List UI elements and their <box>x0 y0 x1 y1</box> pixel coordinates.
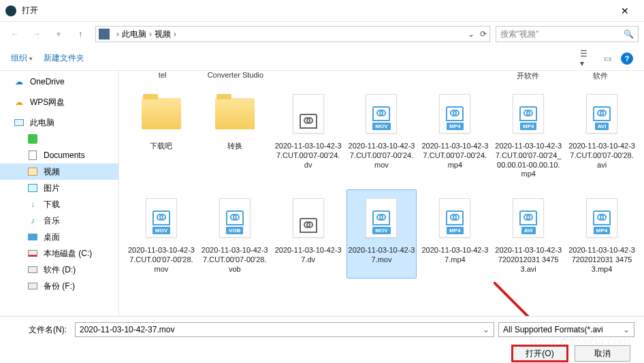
sidebar: ☁OneDrive ☁WPS网盘 此电脑 Documents 视频 图片 ↓下载… <box>0 71 119 316</box>
file-label: 2020-11-03-10-42-37.CUT.00'07-00'24_00.0… <box>495 142 562 179</box>
back-button[interactable]: ← <box>5 26 25 42</box>
chevron-down-icon[interactable]: ⌄ <box>483 325 489 334</box>
file-type-filter[interactable]: All Supported Formats(*.avi ⌄ <box>498 322 634 337</box>
recent-dropdown[interactable]: ▾ <box>49 26 68 42</box>
file-item[interactable]: 转换 <box>199 85 270 184</box>
video-file-icon: MP4 <box>434 90 475 138</box>
disk-icon <box>27 264 38 275</box>
file-label: 2020-11-03-10-42-37.CUT.00'07-00'28.avi <box>568 142 635 170</box>
disk-icon <box>27 248 38 259</box>
music-icon: ♪ <box>27 215 38 226</box>
help-icon[interactable]: ? <box>621 52 633 65</box>
video-file-icon <box>288 90 329 138</box>
filename-label: 文件名(N): <box>10 324 71 336</box>
partial-label: Converter Studio <box>202 71 270 81</box>
sidebar-item-videos[interactable]: 视频 <box>0 163 118 180</box>
cloud-icon: ☁ <box>14 97 25 108</box>
file-item[interactable]: MP42020-11-03-10-42-37.mp4 <box>419 189 490 279</box>
cloud-icon: ☁ <box>14 76 25 87</box>
sidebar-item-onedrive[interactable]: ☁OneDrive <box>0 74 118 90</box>
address-bar[interactable]: › 此电脑 › 视频 › ⌄⟳ <box>95 26 490 42</box>
sidebar-item-disk-f[interactable]: 备份 (F:) <box>0 278 118 294</box>
open-button[interactable]: 打开(O) <box>512 345 568 362</box>
titlebar: 打开 ✕ <box>0 0 644 22</box>
file-label: 2020-11-03-10-42-37.dv <box>275 246 342 265</box>
search-input[interactable]: 搜索"视频" 🔍 <box>496 26 639 42</box>
sidebar-item-this-pc[interactable]: 此电脑 <box>0 114 118 131</box>
video-file-icon: MP4 <box>434 194 475 242</box>
video-file-icon: MP4 <box>508 90 549 138</box>
crumb-sep-icon: › <box>149 29 152 39</box>
filename-value: 2020-11-03-10-42-37.mov <box>80 325 174 334</box>
file-item[interactable]: MP42020-11-03-10-42-37.CUT.00'07-00'24.m… <box>419 85 490 184</box>
file-item[interactable]: MP42020-11-03-10-42-37202012031 34753.mp… <box>566 189 637 279</box>
file-item[interactable]: 下载吧 <box>126 85 197 184</box>
sidebar-item-green[interactable] <box>0 131 118 147</box>
crumb-videos[interactable]: 视频 <box>155 29 171 40</box>
toolbar: 组织 新建文件夹 ☰ ▾ ▭ ? <box>0 46 644 71</box>
dialog-footer: 文件名(N): 2020-11-03-10-42-37.mov ⌄ All Su… <box>0 316 644 363</box>
file-label: 2020-11-03-10-42-37.CUT.00'07-00'24.dv <box>275 142 342 170</box>
video-file-icon: MOV <box>141 194 182 242</box>
file-item[interactable]: MP42020-11-03-10-42-37.CUT.00'07-00'24_0… <box>493 85 564 184</box>
video-file-icon: VOB <box>214 194 255 242</box>
file-item[interactable]: AVI2020-11-03-10-42-37.CUT.00'07-00'28.a… <box>566 85 637 184</box>
sidebar-item-desktop[interactable]: 桌面 <box>0 229 118 245</box>
document-icon <box>27 150 38 161</box>
desktop-icon <box>27 232 38 242</box>
window-title: 打开 <box>22 5 611 16</box>
partial-label: tel <box>129 71 197 81</box>
chevron-down-icon[interactable]: ⌄ <box>623 325 630 334</box>
sidebar-item-downloads[interactable]: ↓下载 <box>0 196 118 212</box>
app-icon <box>5 5 16 16</box>
file-item[interactable]: MOV2020-11-03-10-42-37.CUT.00'07-00'24.m… <box>347 85 417 184</box>
file-label: 2020-11-03-10-42-37.CUT.00'07-00'28.vob <box>202 246 268 274</box>
preview-pane-button[interactable]: ▭ <box>600 52 614 65</box>
crumb-sep-icon: › <box>116 29 119 39</box>
file-item[interactable]: AVI2020-11-03-10-42-37202012031 34753.av… <box>493 189 564 279</box>
new-folder-button[interactable]: 新建文件夹 <box>44 52 84 64</box>
forward-button[interactable]: → <box>27 26 46 42</box>
view-mode-button[interactable]: ☰ ▾ <box>580 52 594 65</box>
file-item[interactable]: MOV2020-11-03-10-42-37.mov <box>347 189 417 279</box>
crumb-sep-icon: › <box>174 29 176 39</box>
svg-line-0 <box>494 282 596 316</box>
folder-icon <box>141 90 182 138</box>
file-label: 2020-11-03-10-42-37.CUT.00'07-00'24.mov <box>349 142 415 170</box>
file-item[interactable]: 2020-11-03-10-42-37.dv <box>273 189 344 279</box>
nav-bar: ← → ▾ ↑ › 此电脑 › 视频 › ⌄⟳ 搜索"视频" 🔍 <box>0 22 644 46</box>
partial-label: 软件 <box>566 71 634 81</box>
video-file-icon: MOV <box>361 90 402 138</box>
close-button[interactable]: ✕ <box>611 5 639 16</box>
filename-input[interactable]: 2020-11-03-10-42-37.mov ⌄ <box>75 322 494 337</box>
address-dropdown-icon[interactable]: ⌄ <box>468 29 474 39</box>
folder-icon <box>214 90 255 138</box>
up-button[interactable]: ↑ <box>71 26 90 42</box>
video-file-icon <box>288 194 329 242</box>
film-icon <box>27 166 38 177</box>
partial-label: 开软件 <box>494 71 562 81</box>
file-item[interactable]: MOV2020-11-03-10-42-37.CUT.00'07-00'28.m… <box>126 189 197 279</box>
search-icon: 🔍 <box>624 29 634 39</box>
cancel-button[interactable]: 取消 <box>575 345 630 362</box>
file-label: 下载吧 <box>150 142 172 151</box>
crumb-this-pc[interactable]: 此电脑 <box>122 29 146 40</box>
sidebar-item-pictures[interactable]: 图片 <box>0 180 118 196</box>
filter-label: All Supported Formats(*.avi <box>503 325 603 334</box>
sidebar-item-documents[interactable]: Documents <box>0 147 118 163</box>
file-label: 转换 <box>227 142 242 151</box>
video-file-icon: AVI <box>581 90 622 138</box>
sidebar-item-disk-c[interactable]: 本地磁盘 (C:) <box>0 245 118 262</box>
sidebar-item-disk-d[interactable]: 软件 (D:) <box>0 262 118 278</box>
file-item[interactable]: VOB2020-11-03-10-42-37.CUT.00'07-00'28.v… <box>199 189 270 279</box>
pc-icon <box>14 117 25 128</box>
disk-icon <box>27 281 38 291</box>
address-refresh-icon[interactable]: ⟳ <box>480 29 487 39</box>
sidebar-item-wps[interactable]: ☁WPS网盘 <box>0 94 118 110</box>
search-placeholder: 搜索"视频" <box>500 29 539 40</box>
sidebar-item-music[interactable]: ♪音乐 <box>0 212 118 229</box>
organize-menu[interactable]: 组织 <box>11 52 33 64</box>
file-label: 2020-11-03-10-42-37202012031 34753.avi <box>495 246 562 274</box>
file-item[interactable]: 2020-11-03-10-42-37.CUT.00'07-00'24.dv <box>273 85 344 184</box>
file-pane[interactable]: tel Converter Studio . . . 开软件 软件 下载吧转换2… <box>119 71 644 316</box>
